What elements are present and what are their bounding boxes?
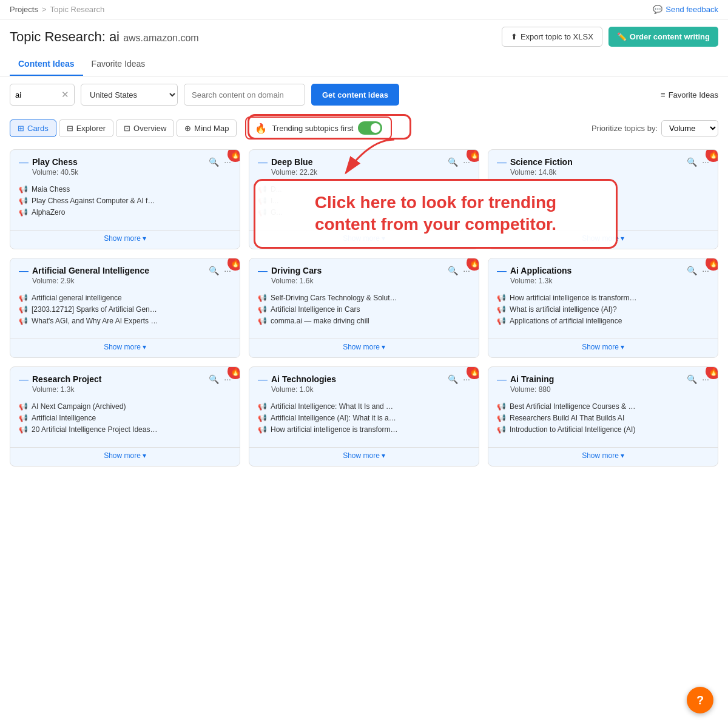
megaphone-icon: 📢 <box>497 317 506 325</box>
show-more-button[interactable]: Show more ▾ <box>497 343 709 351</box>
card-item: 📢 Applications of artificial intelligenc… <box>497 317 709 325</box>
collapse-icon[interactable]: — <box>497 157 507 168</box>
megaphone-icon: 📢 <box>19 208 28 217</box>
card-8: 🔥 — Ai Technologies Volume: 1.0k 🔍 ··· 📢… <box>249 366 479 467</box>
collapse-icon[interactable]: — <box>258 157 268 168</box>
order-label: Order content writing <box>630 32 710 41</box>
card-title: Deep Blue <box>271 157 448 167</box>
show-more-button[interactable]: Show more ▾ <box>258 234 470 243</box>
search-icon[interactable]: 🔍 <box>687 374 697 384</box>
trending-fire-icon: 🔥 <box>255 123 267 134</box>
show-more-button[interactable]: Show more ▾ <box>497 234 709 243</box>
collapse-icon[interactable]: — <box>497 374 507 385</box>
megaphone-icon: 📢 <box>258 414 267 422</box>
card-item: 📢 D... <box>258 185 470 194</box>
search-icon[interactable]: 🔍 <box>448 374 458 384</box>
card-body: 📢 D... 📢 I... 📢 G... <box>249 181 479 230</box>
card-item: 📢 AlphaZero <box>19 208 231 217</box>
megaphone-icon: 📢 <box>497 414 506 422</box>
card-header: — Deep Blue Volume: 22.2k 🔍 ··· <box>249 150 479 181</box>
mind-map-view-btn[interactable]: ⊕ Mind Map <box>177 120 237 137</box>
order-icon: ✏️ <box>617 32 627 41</box>
show-more-button[interactable]: Show more ▾ <box>497 451 709 460</box>
collapse-icon[interactable]: — <box>19 157 29 168</box>
collapse-icon[interactable]: — <box>19 374 29 385</box>
card-header: — Research Project Volume: 1.3k 🔍 ··· <box>10 367 240 399</box>
breadcrumb-projects[interactable]: Projects <box>10 5 38 14</box>
card-body <box>488 181 718 230</box>
card-item: 📢 Researchers Build AI That Builds AI <box>497 414 709 422</box>
help-button[interactable]: ? <box>687 687 713 713</box>
card-header: — Ai Applications Volume: 1.3k 🔍 ··· <box>488 258 718 290</box>
search-icon[interactable]: 🔍 <box>209 374 219 384</box>
show-more-button[interactable]: Show more ▾ <box>19 234 231 243</box>
card-item: 📢 Artificial Intelligence <box>19 414 231 422</box>
card-footer: Show more ▾ <box>249 230 479 249</box>
card-title: Driving Cars <box>271 266 448 275</box>
export-label: Export topic to XLSX <box>521 32 593 41</box>
search-icon[interactable]: 🔍 <box>448 266 458 275</box>
feedback-icon: 💬 <box>653 5 662 14</box>
trending-toggle[interactable] <box>358 121 382 135</box>
megaphone-icon: 📢 <box>19 305 28 314</box>
tab-favorite-ideas[interactable]: Favorite Ideas <box>83 53 154 76</box>
card-header: — Science Fiction Volume: 14.8k 🔍 ··· <box>488 150 718 181</box>
chevron-down-icon: ▾ <box>621 451 624 460</box>
card-item: 📢 What's AGI, and Why Are AI Experts Ske… <box>19 317 231 325</box>
show-more-button[interactable]: Show more ▾ <box>19 451 231 460</box>
card-5: 🔥 — Driving Cars Volume: 1.6k 🔍 ··· 📢 Se… <box>249 258 479 358</box>
card-volume: Volume: 1.3k <box>32 385 209 394</box>
country-select[interactable]: United States United Kingdom Canada Aust… <box>81 84 178 106</box>
tab-content-ideas[interactable]: Content Ideas <box>10 53 83 76</box>
favorite-ideas-link[interactable]: ≡ Favorite Ideas <box>661 90 718 99</box>
card-7: 🔥 — Research Project Volume: 1.3k 🔍 ··· … <box>10 366 240 467</box>
cards-grid: 🔥 — Play Chess Volume: 40.5k 🔍 ··· 📢 Mai… <box>0 146 728 476</box>
card-volume: Volume: 22.2k <box>271 168 448 177</box>
search-icon[interactable]: 🔍 <box>448 157 458 167</box>
show-more-button[interactable]: Show more ▾ <box>19 343 231 351</box>
prioritize-select[interactable]: Volume Difficulty Efficiency <box>661 120 718 136</box>
collapse-icon[interactable]: — <box>497 266 507 277</box>
search-icon[interactable]: 🔍 <box>209 157 219 167</box>
explorer-icon: ⊟ <box>67 124 73 133</box>
feedback-button[interactable]: 💬 Send feedback <box>653 5 718 14</box>
export-button[interactable]: ⬆ Export topic to XLSX <box>502 27 602 47</box>
megaphone-icon: 📢 <box>497 294 506 302</box>
collapse-icon[interactable]: — <box>19 266 29 277</box>
order-button[interactable]: ✏️ Order content writing <box>608 27 718 47</box>
keyword-input[interactable] <box>15 90 58 99</box>
show-more-button[interactable]: Show more ▾ <box>258 451 470 460</box>
card-3: 🔥 — Science Fiction Volume: 14.8k 🔍 ··· … <box>488 149 718 249</box>
card-item: 📢 How artificial intelligence is transfo… <box>497 294 709 302</box>
card-title: Play Chess <box>32 157 209 167</box>
export-icon: ⬆ <box>511 32 517 41</box>
overview-view-btn[interactable]: ⊡ Overview <box>116 120 174 137</box>
cards-view-btn[interactable]: ⊞ Cards <box>10 120 56 137</box>
card-body: 📢 Maia Chess 📢 Play Chess Against Comput… <box>10 181 240 230</box>
megaphone-icon: 📢 <box>497 425 506 434</box>
chevron-down-icon: ▾ <box>621 234 624 243</box>
search-icon[interactable]: 🔍 <box>687 266 697 275</box>
top-bar: Projects > Topic Research 💬 Send feedbac… <box>0 0 728 19</box>
breadcrumb: Projects > Topic Research <box>10 5 104 14</box>
show-more-button[interactable]: Show more ▾ <box>258 343 470 351</box>
card-footer: Show more ▾ <box>249 339 479 357</box>
card-footer: Show more ▾ <box>10 447 240 466</box>
page-header: Topic Research: ai aws.amazon.com ⬆ Expo… <box>0 19 728 47</box>
search-icon[interactable]: 🔍 <box>687 157 697 167</box>
card-item: 📢 Artificial Intelligence: What It Is an… <box>258 402 470 411</box>
card-header: — Driving Cars Volume: 1.6k 🔍 ··· <box>249 258 479 290</box>
card-item: 📢 Artificial Intelligence in Cars <box>258 305 470 314</box>
collapse-icon[interactable]: — <box>258 374 268 385</box>
card-header: — Ai Training Volume: 880 🔍 ··· <box>488 367 718 399</box>
domain-search-input[interactable] <box>184 84 305 106</box>
get-ideas-button[interactable]: Get content ideas <box>311 84 399 106</box>
card-header: — Artificial General Intelligence Volume… <box>10 258 240 290</box>
explorer-view-btn[interactable]: ⊟ Explorer <box>59 120 113 137</box>
card-body: 📢 Artificial general intelligence 📢 [230… <box>10 290 240 339</box>
megaphone-icon: 📢 <box>19 425 28 434</box>
megaphone-icon: 📢 <box>258 197 267 205</box>
collapse-icon[interactable]: — <box>258 266 268 277</box>
clear-icon[interactable]: ✕ <box>61 89 69 100</box>
search-icon[interactable]: 🔍 <box>209 266 219 275</box>
